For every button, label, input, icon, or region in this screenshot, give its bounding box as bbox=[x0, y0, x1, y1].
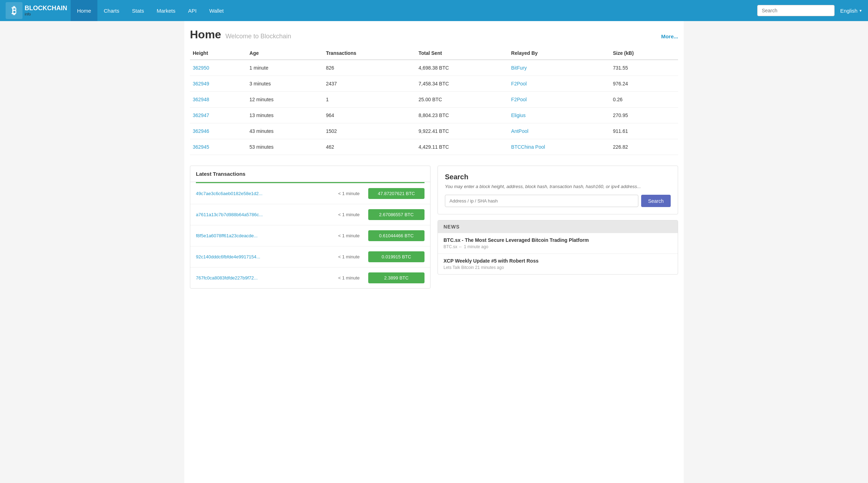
page-subtitle: Welcome to Blockchain bbox=[225, 33, 291, 40]
nav-search-input[interactable] bbox=[757, 5, 835, 16]
block-size: 731.55 bbox=[610, 60, 678, 76]
search-panel-button[interactable]: Search bbox=[641, 195, 671, 207]
nav-home[interactable]: Home bbox=[71, 0, 97, 21]
block-total-sent: 4,698.38 BTC bbox=[416, 60, 508, 76]
nav-markets[interactable]: Markets bbox=[150, 0, 181, 21]
page-header: Home Welcome to Blockchain More... bbox=[190, 28, 678, 41]
search-panel-description: You may enter a block height, address, b… bbox=[445, 184, 671, 189]
news-title: XCP Weekly Update #5 with Robert Ross bbox=[443, 258, 672, 264]
relayed-by-link[interactable]: Eligius bbox=[511, 112, 525, 118]
relayed-by-link[interactable]: F2Pool bbox=[511, 81, 526, 86]
table-row: 362946 43 minutes 1502 9,922.41 BTC AntP… bbox=[190, 123, 678, 139]
block-height: 362947 bbox=[190, 108, 247, 123]
col-header-total-sent: Total Sent bbox=[416, 47, 508, 60]
main-nav: ₿ BLOCKCHAIN info Home Charts Stats Mark… bbox=[0, 0, 868, 21]
list-item: 767fc0ca8083fdfde227b9f72... < 1 minute … bbox=[190, 268, 430, 288]
block-transactions: 2437 bbox=[323, 76, 416, 92]
col-header-age: Age bbox=[247, 47, 323, 60]
transactions-panel-header: Latest Transactions bbox=[190, 166, 430, 182]
col-header-size: Size (kB) bbox=[610, 47, 678, 60]
block-size: 0.26 bbox=[610, 92, 678, 108]
block-transactions: 462 bbox=[323, 139, 416, 155]
table-row: 362947 13 minutes 964 8,804.23 BTC Eligi… bbox=[190, 108, 678, 123]
logo-sub: info bbox=[25, 12, 67, 16]
block-age: 1 minute bbox=[247, 60, 323, 76]
block-total-sent: 7,458.34 BTC bbox=[416, 76, 508, 92]
block-height: 362948 bbox=[190, 92, 247, 108]
block-height: 362949 bbox=[190, 76, 247, 92]
news-panel-header: NEWS bbox=[438, 220, 678, 233]
tx-amount: 47.87207621 BTC bbox=[368, 188, 425, 199]
block-height: 362950 bbox=[190, 60, 247, 76]
block-size: 270.95 bbox=[610, 108, 678, 123]
block-relayed-by: BTCChina Pool bbox=[508, 139, 610, 155]
news-meta: BTC.sx ← 1 minute ago bbox=[443, 244, 672, 249]
tx-time: < 1 minute bbox=[333, 191, 365, 196]
right-panel: Search You may enter a block height, add… bbox=[438, 166, 678, 275]
list-item: 92c140dddc6fbfde4e9917154... < 1 minute … bbox=[190, 246, 430, 268]
language-label: English bbox=[840, 8, 857, 14]
block-transactions: 1 bbox=[323, 92, 416, 108]
tx-hash-link[interactable]: a7611a13c7b7d988b64a5786c... bbox=[196, 212, 330, 217]
block-height-link[interactable]: 362949 bbox=[193, 81, 209, 86]
page-title-group: Home Welcome to Blockchain bbox=[190, 28, 291, 41]
block-relayed-by: F2Pool bbox=[508, 76, 610, 92]
block-height-link[interactable]: 362946 bbox=[193, 128, 209, 134]
language-selector[interactable]: English ▼ bbox=[840, 8, 862, 14]
block-transactions: 964 bbox=[323, 108, 416, 123]
block-height-link[interactable]: 362950 bbox=[193, 65, 209, 71]
block-total-sent: 4,429.11 BTC bbox=[416, 139, 508, 155]
block-age: 13 minutes bbox=[247, 108, 323, 123]
block-age: 43 minutes bbox=[247, 123, 323, 139]
block-relayed-by: BitFury bbox=[508, 60, 610, 76]
bottom-grid: Latest Transactions 49c7ae3c6c6aeb0182e5… bbox=[190, 166, 678, 289]
table-row: 362945 53 minutes 462 4,429.11 BTC BTCCh… bbox=[190, 139, 678, 155]
block-size: 976.24 bbox=[610, 76, 678, 92]
tx-time: < 1 minute bbox=[333, 275, 365, 281]
block-height-link[interactable]: 362947 bbox=[193, 112, 209, 118]
block-transactions: 826 bbox=[323, 60, 416, 76]
tx-hash-link[interactable]: 49c7ae3c6c6aeb0182e58e1d2... bbox=[196, 191, 330, 196]
search-panel-form: Search bbox=[445, 195, 671, 207]
search-panel-input[interactable] bbox=[445, 195, 638, 207]
nav-stats[interactable]: Stats bbox=[126, 0, 150, 21]
news-title: BTC.sx - The Most Secure Leveraged Bitco… bbox=[443, 237, 672, 243]
table-row: 362948 12 minutes 1 25.00 BTC F2Pool 0.2… bbox=[190, 92, 678, 108]
tx-time: < 1 minute bbox=[333, 233, 365, 238]
tx-amount: 2.67086557 BTC bbox=[368, 209, 425, 220]
block-size: 911.61 bbox=[610, 123, 678, 139]
tx-hash-link[interactable]: f8f5e1a6078ff61a23cdeacde... bbox=[196, 233, 330, 238]
more-link[interactable]: More... bbox=[661, 33, 678, 39]
relayed-by-link[interactable]: BitFury bbox=[511, 65, 526, 71]
list-item: 49c7ae3c6c6aeb0182e58e1d2... < 1 minute … bbox=[190, 183, 430, 204]
col-header-transactions: Transactions bbox=[323, 47, 416, 60]
nav-charts[interactable]: Charts bbox=[97, 0, 126, 21]
tx-hash-link[interactable]: 767fc0ca8083fdfde227b9f72... bbox=[196, 275, 330, 281]
list-item: BTC.sx - The Most Secure Leveraged Bitco… bbox=[438, 233, 678, 254]
tx-amount: 0.61044466 BTC bbox=[368, 230, 425, 241]
block-height: 362946 bbox=[190, 123, 247, 139]
list-item: XCP Weekly Update #5 with Robert Ross Le… bbox=[438, 254, 678, 274]
main-content: Home Welcome to Blockchain More... Heigh… bbox=[184, 21, 684, 483]
nav-wallet[interactable]: Wallet bbox=[203, 0, 230, 21]
tx-time: < 1 minute bbox=[333, 212, 365, 217]
block-total-sent: 25.00 BTC bbox=[416, 92, 508, 108]
block-age: 3 minutes bbox=[247, 76, 323, 92]
logo[interactable]: ₿ BLOCKCHAIN info bbox=[6, 2, 67, 19]
table-row: 362950 1 minute 826 4,698.38 BTC BitFury… bbox=[190, 60, 678, 76]
tx-hash-link[interactable]: 92c140dddc6fbfde4e9917154... bbox=[196, 254, 330, 259]
news-list: BTC.sx - The Most Secure Leveraged Bitco… bbox=[438, 233, 678, 274]
relayed-by-link[interactable]: BTCChina Pool bbox=[511, 144, 545, 150]
nav-api[interactable]: API bbox=[182, 0, 203, 21]
block-total-sent: 8,804.23 BTC bbox=[416, 108, 508, 123]
block-height: 362945 bbox=[190, 139, 247, 155]
block-height-link[interactable]: 362948 bbox=[193, 97, 209, 102]
block-relayed-by: F2Pool bbox=[508, 92, 610, 108]
relayed-by-link[interactable]: AntPool bbox=[511, 128, 528, 134]
chevron-down-icon: ▼ bbox=[859, 9, 862, 13]
block-height-link[interactable]: 362945 bbox=[193, 144, 209, 150]
relayed-by-link[interactable]: F2Pool bbox=[511, 97, 526, 102]
page-title: Home bbox=[190, 28, 221, 41]
block-relayed-by: AntPool bbox=[508, 123, 610, 139]
col-header-relayed-by: Relayed By bbox=[508, 47, 610, 60]
